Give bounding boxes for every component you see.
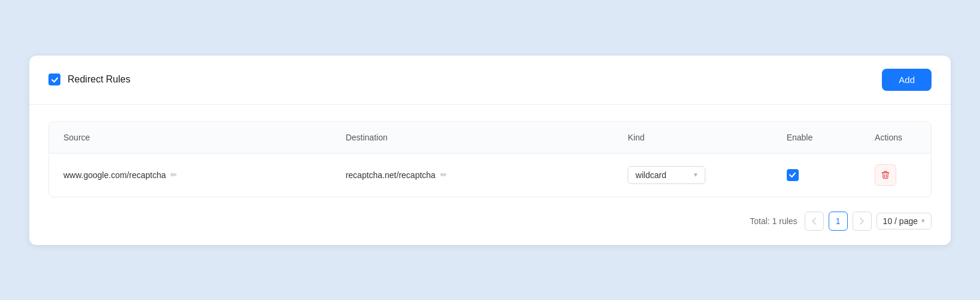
section-title: Redirect Rules [68, 74, 130, 85]
next-page-button[interactable] [853, 212, 872, 231]
source-cell-content: www.google.com/recaptcha ✏ [63, 170, 317, 180]
destination-value: recaptcha.net/recaptcha [346, 170, 436, 180]
kind-value: wildcard [635, 170, 666, 180]
page-1-button[interactable]: 1 [829, 212, 848, 231]
section-checkbox[interactable] [48, 74, 60, 85]
col-header-enable: Enable [772, 122, 860, 154]
card-header: Redirect Rules Add [29, 56, 951, 105]
col-header-destination: Destination [331, 122, 614, 154]
rules-table-container: Source Destination Kind Enable Actions w… [48, 121, 932, 197]
redirect-rules-card: Redirect Rules Add Source Destination Ki… [29, 56, 951, 245]
total-info: Total: 1 rules [750, 216, 797, 226]
col-header-source: Source [49, 122, 331, 154]
source-edit-icon[interactable]: ✏ [171, 170, 177, 179]
col-header-actions: Actions [860, 122, 931, 154]
page-size-arrow: ▾ [921, 217, 925, 225]
destination-edit-icon[interactable]: ✏ [440, 170, 447, 179]
rules-table: Source Destination Kind Enable Actions w… [49, 122, 931, 197]
table-row: www.google.com/recaptcha ✏ recaptcha.net… [49, 153, 931, 197]
enable-cell [772, 153, 860, 197]
add-button[interactable]: Add [882, 69, 932, 91]
pagination: Total: 1 rules 1 10 / page ▾ [48, 209, 932, 231]
kind-select[interactable]: wildcard ▾ [628, 166, 705, 184]
destination-cell: recaptcha.net/recaptcha ✏ [331, 153, 614, 197]
delete-button[interactable] [875, 164, 896, 186]
destination-cell-content: recaptcha.net/recaptcha ✏ [346, 170, 599, 180]
actions-cell [860, 153, 931, 197]
page-size-selector[interactable]: 10 / page ▾ [876, 213, 932, 229]
enable-checkbox[interactable] [787, 169, 799, 181]
card-body: Source Destination Kind Enable Actions w… [29, 105, 951, 245]
kind-cell: wildcard ▾ [613, 153, 772, 197]
source-value: www.google.com/recaptcha [63, 170, 166, 180]
col-header-kind: Kind [613, 122, 772, 154]
table-header-row: Source Destination Kind Enable Actions [49, 122, 931, 154]
header-left: Redirect Rules [48, 74, 130, 85]
prev-page-button[interactable] [805, 212, 824, 231]
page-size-value: 10 / page [883, 216, 918, 226]
source-cell: www.google.com/recaptcha ✏ [49, 153, 331, 197]
kind-dropdown-arrow: ▾ [694, 171, 698, 179]
